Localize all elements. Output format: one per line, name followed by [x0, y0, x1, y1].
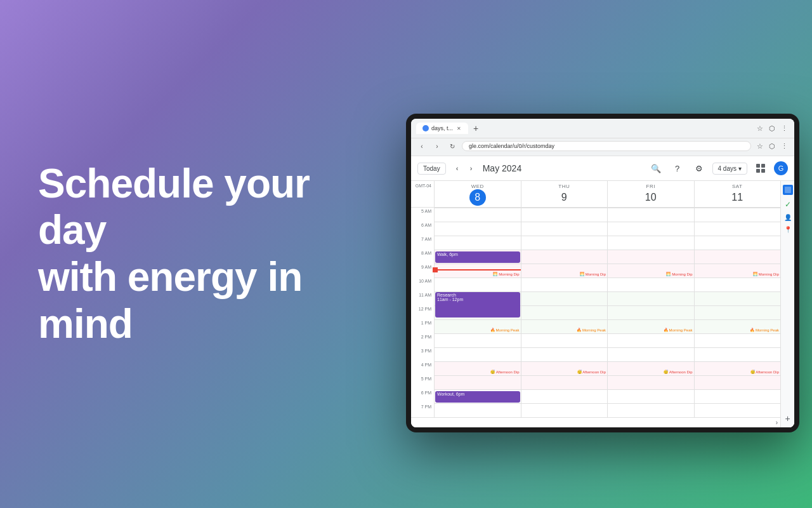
- view-selector[interactable]: 4 days ▾: [712, 163, 747, 175]
- fri-9am[interactable]: 🌅 Morning Dip: [608, 264, 694, 277]
- thu-8am[interactable]: [521, 250, 608, 264]
- wed-3pm[interactable]: [435, 347, 521, 361]
- sat-10am[interactable]: [695, 277, 781, 291]
- thu-5am[interactable]: [521, 208, 608, 222]
- location-icon[interactable]: 📍: [784, 226, 792, 233]
- thu-12pm[interactable]: [521, 305, 608, 319]
- menu-icon[interactable]: ⋮: [779, 141, 789, 151]
- address-input[interactable]: gle.com/calendar/u/0/r/customday: [462, 141, 751, 151]
- sat-8am[interactable]: [695, 250, 781, 264]
- new-tab-button[interactable]: +: [471, 123, 481, 133]
- wed-7pm[interactable]: [435, 403, 521, 417]
- add-icon[interactable]: +: [785, 413, 790, 424]
- sat-4pm[interactable]: 😴 Afternoon Dip: [695, 361, 781, 375]
- day-col-fri[interactable]: 🌅 Morning Dip 🔥 Morning Peak: [607, 208, 694, 417]
- day-col-thu[interactable]: 🌅 Morning Dip 🔥 Morning Peak: [521, 208, 608, 417]
- fri-7pm[interactable]: [608, 403, 694, 417]
- extension-icon[interactable]: ⬡: [767, 123, 777, 133]
- more-icon[interactable]: ⋮: [779, 123, 789, 133]
- day-col-sat[interactable]: 🌅 Morning Dip 🔥 Morning Peak: [694, 208, 781, 417]
- back-button[interactable]: ‹: [416, 140, 428, 152]
- sat-11am[interactable]: [695, 291, 781, 305]
- sat-6am[interactable]: [695, 222, 781, 236]
- thu-6pm[interactable]: [521, 389, 608, 403]
- walk-event[interactable]: Walk, 6pm: [435, 251, 520, 263]
- bookmark-icon[interactable]: ☆: [755, 123, 765, 133]
- day-name-thu: THU: [521, 184, 608, 189]
- sat-5pm[interactable]: [695, 375, 781, 389]
- day-header-wed: WED 8: [434, 181, 521, 207]
- fri-12pm[interactable]: [608, 305, 694, 319]
- wed-6am[interactable]: [435, 222, 521, 236]
- browser-tab-active[interactable]: days, t... ✕: [416, 123, 468, 134]
- sat-2pm[interactable]: [695, 333, 781, 347]
- sat-7pm[interactable]: [695, 403, 781, 417]
- tab-close-icon[interactable]: ✕: [455, 125, 462, 131]
- star-icon[interactable]: ☆: [755, 141, 765, 151]
- thu-1pm[interactable]: 🔥 Morning Peak: [521, 319, 608, 333]
- grid-view-icon[interactable]: [752, 160, 769, 177]
- user-avatar[interactable]: G: [774, 161, 788, 175]
- scroll-right-icon[interactable]: ›: [776, 419, 778, 426]
- today-button[interactable]: Today: [417, 163, 446, 175]
- sat-9am[interactable]: 🌅 Morning Dip: [695, 264, 781, 277]
- sat-3pm[interactable]: [695, 347, 781, 361]
- sat-6pm[interactable]: [695, 389, 781, 403]
- wed-9am[interactable]: 🌅 Morning Dip: [435, 264, 521, 277]
- day-col-wed[interactable]: Walk, 6pm 🌅 Morning Dip: [434, 208, 521, 417]
- thu-5pm[interactable]: [521, 375, 608, 389]
- fri-11am[interactable]: [608, 291, 694, 305]
- fri-6pm[interactable]: [608, 389, 694, 403]
- sat-1pm[interactable]: 🔥 Morning Peak: [695, 319, 781, 333]
- check-icon[interactable]: ✓: [785, 200, 791, 209]
- tab-label: days, t...: [431, 125, 453, 131]
- prev-btn[interactable]: ‹: [451, 162, 464, 175]
- refresh-button[interactable]: ↻: [447, 140, 458, 152]
- fri-2pm[interactable]: [608, 333, 694, 347]
- workout-event[interactable]: Workout, 6pm: [435, 391, 520, 403]
- sat-12pm[interactable]: [695, 305, 781, 319]
- morning-dip-label-wed: 🌅 Morning Dip: [493, 272, 519, 276]
- wed-5am[interactable]: [435, 208, 521, 222]
- help-icon[interactable]: ?: [669, 160, 686, 177]
- wed-1pm[interactable]: 🔥 Morning Peak: [435, 319, 521, 333]
- fri-10am[interactable]: [608, 277, 694, 291]
- research-event[interactable]: Research11am - 12pm: [435, 292, 520, 318]
- thu-11am[interactable]: [521, 291, 608, 305]
- thu-3pm[interactable]: [521, 347, 608, 361]
- person-icon[interactable]: 👤: [784, 214, 792, 221]
- fri-1pm[interactable]: 🔥 Morning Peak: [608, 319, 694, 333]
- wed-4pm[interactable]: 😴 Afternoon Dip: [435, 361, 521, 375]
- fri-3pm[interactable]: [608, 347, 694, 361]
- wed-7am[interactable]: [435, 236, 521, 250]
- thu-7pm[interactable]: [521, 403, 608, 417]
- thu-7am[interactable]: [521, 236, 608, 250]
- thu-4pm[interactable]: 😴 Afternoon Dip: [521, 361, 608, 375]
- next-btn[interactable]: ›: [465, 162, 478, 175]
- search-icon[interactable]: 🔍: [648, 160, 664, 177]
- thu-6am[interactable]: [521, 222, 608, 236]
- fri-5pm[interactable]: [608, 375, 694, 389]
- wed-6pm[interactable]: Workout, 6pm: [435, 389, 521, 403]
- wed-11am[interactable]: Research11am - 12pm: [435, 291, 521, 305]
- fri-6am[interactable]: [608, 222, 694, 236]
- wed-10am[interactable]: [435, 277, 521, 291]
- fri-5am[interactable]: [608, 208, 694, 222]
- wed-5pm[interactable]: [435, 375, 521, 389]
- forward-button[interactable]: ›: [431, 140, 443, 152]
- thu-10am[interactable]: [521, 277, 608, 291]
- settings-icon[interactable]: ⚙: [691, 160, 707, 177]
- cal-icon[interactable]: [783, 185, 793, 195]
- sat-5am[interactable]: [695, 208, 781, 222]
- thu-2pm[interactable]: [521, 333, 608, 347]
- sat-7am[interactable]: [695, 236, 781, 250]
- fri-4pm[interactable]: 😴 Afternoon Dip: [608, 361, 694, 375]
- fri-7am[interactable]: [608, 236, 694, 250]
- wed-8am[interactable]: Walk, 6pm: [435, 250, 521, 264]
- fri-8am[interactable]: [608, 250, 694, 264]
- time-1pm: 1 PM: [411, 319, 434, 333]
- time-12pm: 12 PM: [411, 305, 434, 319]
- thu-9am[interactable]: 🌅 Morning Dip: [521, 264, 608, 277]
- wed-2pm[interactable]: [435, 333, 521, 347]
- extension2-icon[interactable]: ⬡: [767, 141, 777, 151]
